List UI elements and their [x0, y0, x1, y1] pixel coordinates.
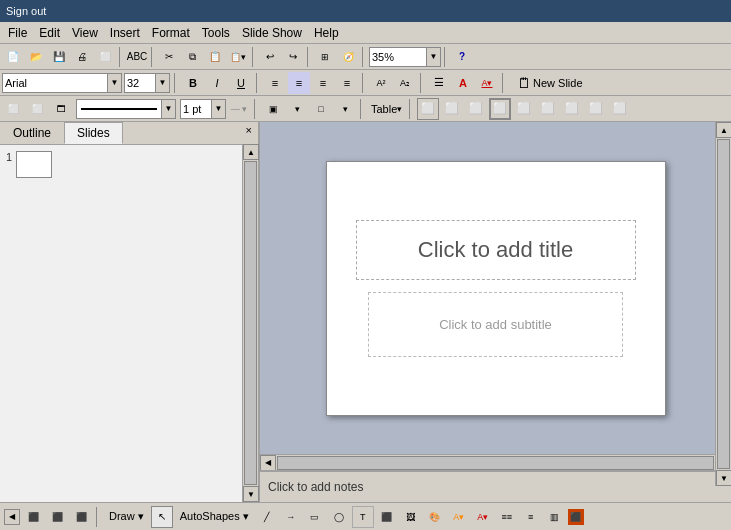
draw-btn3[interactable]: 🗔 — [50, 98, 72, 120]
tb-icon6[interactable]: ⬜ — [537, 98, 559, 120]
zoom-combo[interactable]: 35% ▼ — [369, 47, 441, 67]
tb-icon7[interactable]: ⬜ — [561, 98, 583, 120]
sub-button[interactable]: A₂ — [394, 72, 416, 94]
draw-btn2[interactable]: ⬜ — [26, 98, 48, 120]
arrow-tool[interactable]: → — [280, 506, 302, 528]
draw-select-button[interactable]: ⬜ — [2, 98, 24, 120]
slide-mini-1[interactable] — [16, 151, 52, 178]
menu-view[interactable]: View — [66, 24, 104, 42]
new-button[interactable]: 📄 — [2, 46, 24, 68]
open-button[interactable]: 📂 — [25, 46, 47, 68]
menu-slideshow[interactable]: Slide Show — [236, 24, 308, 42]
shadow-btn[interactable]: □ — [310, 98, 332, 120]
zoom-arrow[interactable]: ▼ — [426, 48, 440, 66]
bullets-button[interactable]: ☰ — [428, 72, 450, 94]
table-button[interactable]: Table▾ — [368, 98, 405, 120]
menu-edit[interactable]: Edit — [33, 24, 66, 42]
list-tool3[interactable]: ▥ — [544, 506, 566, 528]
cut-button[interactable]: ✂ — [158, 46, 180, 68]
vscroll-up[interactable]: ▲ — [716, 122, 731, 138]
image-tool[interactable]: 🖼 — [400, 506, 422, 528]
menu-file[interactable]: File — [2, 24, 33, 42]
spellcheck-button[interactable]: ABC — [126, 46, 148, 68]
font-name-combo[interactable]: Arial ▼ — [2, 73, 122, 93]
menu-format[interactable]: Format — [146, 24, 196, 42]
menu-insert[interactable]: Insert — [104, 24, 146, 42]
justify-button[interactable]: ≡ — [336, 72, 358, 94]
bottom-btn2[interactable]: ⬛ — [46, 506, 68, 528]
tb-icon1[interactable]: ⬜ — [417, 98, 439, 120]
grid-button[interactable]: ⊞ — [314, 46, 336, 68]
bold-button[interactable]: B — [182, 72, 204, 94]
line-width-arrow[interactable]: ▼ — [211, 100, 225, 118]
font-col-tool[interactable]: A▾ — [472, 506, 494, 528]
font-size-combo[interactable]: 32 ▼ — [124, 73, 170, 93]
tb-icon3[interactable]: ⬜ — [465, 98, 487, 120]
font-color-button[interactable]: A▾ — [476, 72, 498, 94]
paste-button[interactable]: 📋 — [204, 46, 226, 68]
underline-button[interactable]: U — [230, 72, 252, 94]
line-style-arrow[interactable]: ▼ — [161, 100, 175, 118]
pointer-tool[interactable]: ↖ — [151, 506, 173, 528]
panel-scroll-up[interactable]: ▲ — [243, 144, 259, 160]
super-button[interactable]: A² — [370, 72, 392, 94]
panel-scroll-down[interactable]: ▼ — [243, 486, 259, 502]
font-size-arrow[interactable]: ▼ — [155, 74, 169, 92]
bottom-arrow-left[interactable]: ◀ — [4, 509, 20, 525]
special-tool[interactable]: ⬛ — [568, 509, 584, 525]
save-button[interactable]: 💾 — [48, 46, 70, 68]
bottom-btn3[interactable]: ⬛ — [70, 506, 92, 528]
font-name-arrow[interactable]: ▼ — [107, 74, 121, 92]
tb-icon4[interactable]: ⬜ — [489, 98, 511, 120]
autoshapes-button[interactable]: AutoShapes ▾ — [175, 506, 254, 528]
area-btn[interactable]: ▣ — [262, 98, 284, 120]
line-tool[interactable]: ╱ — [256, 506, 278, 528]
panel-close-button[interactable]: × — [240, 122, 258, 144]
gradient-tool[interactable]: 🎨 — [424, 506, 446, 528]
tb-icon8[interactable]: ⬜ — [585, 98, 607, 120]
draw-button[interactable]: Draw ▾ — [104, 506, 149, 528]
italic-button[interactable]: I — [206, 72, 228, 94]
copy-button[interactable]: ⧉ — [181, 46, 203, 68]
tb-icon5[interactable]: ⬜ — [513, 98, 535, 120]
preview-button[interactable]: ⬜ — [94, 46, 116, 68]
nav-button[interactable]: 🧭 — [337, 46, 359, 68]
align-center-button[interactable]: ≡ — [288, 72, 310, 94]
line-width-combo[interactable]: 1 pt ▼ — [180, 99, 226, 119]
line-style-combo[interactable]: ▼ — [76, 99, 176, 119]
slide-vscrollbar[interactable]: ▲ ▼ — [715, 122, 731, 454]
fill-color-tool[interactable]: A▾ — [448, 506, 470, 528]
vscroll-thumb[interactable] — [717, 139, 730, 454]
font-color-A-button[interactable]: A — [452, 72, 474, 94]
notes-area[interactable]: Click to add notes — [260, 470, 731, 502]
ellipse-tool[interactable]: ◯ — [328, 506, 350, 528]
tab-outline[interactable]: Outline — [0, 122, 64, 144]
hscrollbar[interactable]: ◀ ▶ — [260, 454, 731, 470]
line-color-button[interactable]: — ▾ — [228, 98, 250, 120]
help-button[interactable]: ? — [451, 46, 473, 68]
textbox-tool[interactable]: T — [352, 506, 374, 528]
panel-scroll-thumb[interactable] — [244, 161, 257, 485]
rect-tool[interactable]: ▭ — [304, 506, 326, 528]
hscroll-thumb[interactable] — [277, 456, 714, 470]
menu-help[interactable]: Help — [308, 24, 345, 42]
list-tool2[interactable]: ≡ — [520, 506, 542, 528]
panel-scrollbar[interactable]: ▲ ▼ — [242, 144, 258, 502]
connector-tool[interactable]: ⬛ — [376, 506, 398, 528]
new-slide-button[interactable]: 🗒 New Slide — [510, 72, 590, 94]
menu-tools[interactable]: Tools — [196, 24, 236, 42]
align-left-button[interactable]: ≡ — [264, 72, 286, 94]
hscroll-left[interactable]: ◀ — [260, 455, 276, 471]
tb-icon2[interactable]: ⬜ — [441, 98, 463, 120]
paste-special-button[interactable]: 📋▾ — [227, 46, 249, 68]
tab-slides[interactable]: Slides — [64, 122, 123, 144]
undo-button[interactable]: ↩ — [259, 46, 281, 68]
align-list-tool[interactable]: ≡≡ — [496, 506, 518, 528]
area-color-button[interactable]: ▾ — [286, 98, 308, 120]
title-placeholder[interactable]: Click to add title — [356, 220, 636, 280]
redo-button[interactable]: ↪ — [282, 46, 304, 68]
shadow-color-btn[interactable]: ▾ — [334, 98, 356, 120]
bottom-btn1[interactable]: ⬛ — [22, 506, 44, 528]
tb-icon9[interactable]: ⬜ — [609, 98, 631, 120]
align-right-button[interactable]: ≡ — [312, 72, 334, 94]
